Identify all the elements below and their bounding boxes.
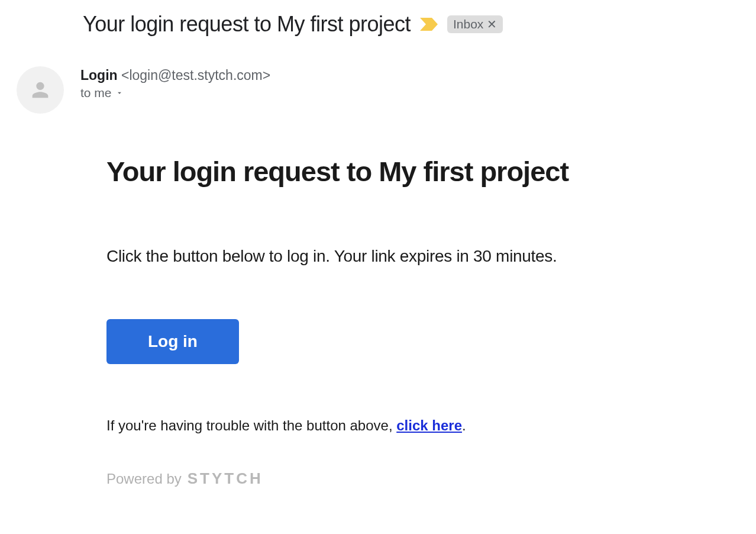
email-subject-row: Your login request to My first project I…	[83, 12, 756, 37]
fallback-link[interactable]: click here	[396, 417, 462, 433]
sender-line: Login <login@test.stytch.com>	[80, 67, 270, 83]
sender-email: <login@test.stytch.com>	[121, 67, 270, 83]
fallback-prefix: If you're having trouble with the button…	[106, 417, 396, 433]
powered-by-text: Powered by	[106, 471, 182, 487]
recipient-text: to me	[80, 86, 112, 100]
inbox-label-badge[interactable]: Inbox ✕	[447, 15, 503, 33]
email-instruction: Click the button below to log in. Your l…	[106, 247, 756, 266]
email-body: Your login request to My first project C…	[106, 155, 756, 488]
recipient-dropdown[interactable]: to me	[80, 86, 270, 100]
sender-row: Login <login@test.stytch.com> to me	[17, 66, 756, 114]
sender-info: Login <login@test.stytch.com> to me	[80, 66, 270, 100]
login-button[interactable]: Log in	[106, 319, 239, 364]
sender-name: Login	[80, 67, 118, 83]
chevron-down-icon	[115, 89, 124, 97]
close-icon[interactable]: ✕	[487, 18, 497, 30]
fallback-suffix: .	[462, 417, 466, 433]
powered-by: Powered by STYTCH	[106, 469, 756, 488]
stytch-logo: STYTCH	[188, 469, 263, 488]
avatar[interactable]	[17, 66, 64, 114]
inbox-label-text: Inbox	[453, 17, 483, 31]
fallback-text: If you're having trouble with the button…	[106, 417, 756, 434]
email-subject: Your login request to My first project	[83, 12, 411, 37]
important-marker-icon[interactable]	[420, 18, 438, 31]
email-heading: Your login request to My first project	[106, 155, 756, 188]
person-icon	[28, 78, 52, 102]
